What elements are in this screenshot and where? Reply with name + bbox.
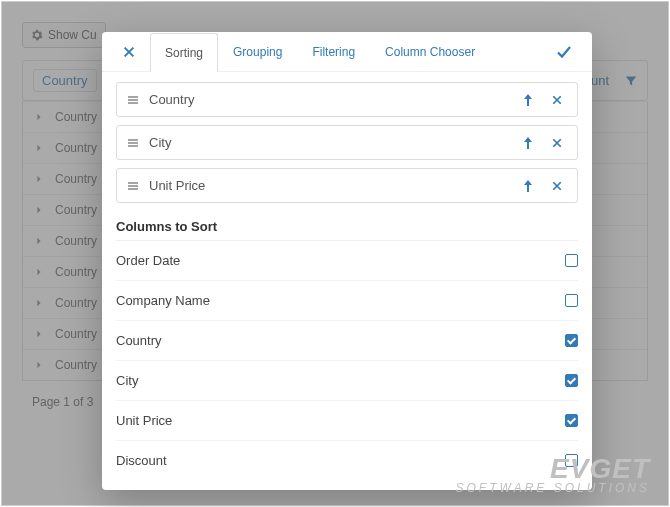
tab-filtering[interactable]: Filtering [297, 32, 370, 71]
sort-item: Country [116, 82, 578, 117]
column-label: Company Name [116, 293, 210, 308]
sort-item: City [116, 125, 578, 160]
sort-item: Unit Price [116, 168, 578, 203]
column-checkbox[interactable] [565, 374, 578, 387]
column-checkbox[interactable] [565, 334, 578, 347]
customization-modal: SortingGroupingFilteringColumn Chooser C… [102, 32, 592, 490]
column-label: Country [116, 333, 162, 348]
sort-item-label: City [149, 135, 509, 150]
column-checkbox[interactable] [565, 414, 578, 427]
tab-sorting[interactable]: Sorting [150, 33, 218, 72]
column-checkbox[interactable] [565, 294, 578, 307]
drag-handle-icon[interactable] [127, 95, 139, 105]
sort-direction-icon[interactable] [519, 180, 537, 192]
column-option[interactable]: Order Date [116, 241, 578, 281]
sort-item-label: Unit Price [149, 178, 509, 193]
tab-column-chooser[interactable]: Column Chooser [370, 32, 490, 71]
sort-direction-icon[interactable] [519, 137, 537, 149]
column-option[interactable]: Company Name [116, 281, 578, 321]
sort-item-label: Country [149, 92, 509, 107]
remove-sort-icon[interactable] [547, 94, 567, 106]
remove-sort-icon[interactable] [547, 180, 567, 192]
sort-direction-icon[interactable] [519, 94, 537, 106]
column-checkbox[interactable] [565, 254, 578, 267]
tab-grouping[interactable]: Grouping [218, 32, 297, 71]
column-label: City [116, 373, 138, 388]
column-option[interactable]: Unit Price [116, 401, 578, 441]
column-option[interactable]: Country [116, 321, 578, 361]
column-option[interactable]: Discount [116, 441, 578, 480]
remove-sort-icon[interactable] [547, 137, 567, 149]
drag-handle-icon[interactable] [127, 138, 139, 148]
column-label: Order Date [116, 253, 180, 268]
column-label: Unit Price [116, 413, 172, 428]
column-label: Discount [116, 453, 167, 468]
column-option[interactable]: City [116, 361, 578, 401]
apply-icon[interactable] [550, 34, 578, 70]
columns-to-sort-title: Columns to Sort [116, 219, 578, 241]
column-checkbox[interactable] [565, 454, 578, 467]
close-icon[interactable] [116, 35, 142, 69]
drag-handle-icon[interactable] [127, 181, 139, 191]
